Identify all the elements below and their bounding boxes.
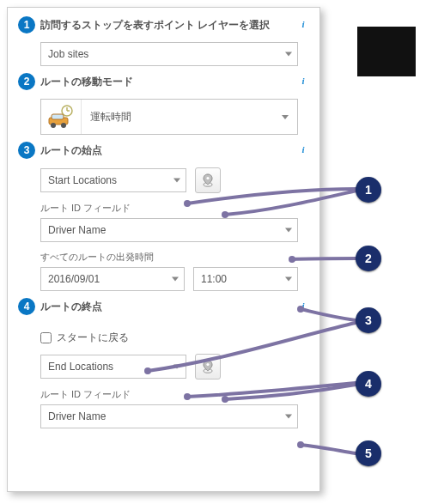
chevron-down-icon: [285, 52, 292, 57]
depart-date-value: 2016/09/01: [48, 273, 100, 285]
end-id-label: ルート ID フィールド: [40, 388, 309, 401]
svg-point-10: [206, 363, 209, 366]
end-id-field-value: Driver Name: [48, 410, 106, 422]
start-layer-value: Start Locations: [48, 174, 117, 186]
step-2-title: ルートの移動モード: [40, 75, 133, 89]
stops-layer-select[interactable]: Job sites: [40, 42, 298, 66]
step-1-title: 訪問するストップを表すポイント レイヤーを選択: [40, 18, 270, 33]
step-2: 2 ルートの移動モード i: [18, 73, 309, 140]
step-1-badge: 1: [18, 16, 35, 33]
start-id-label: ルート ID フィールド: [40, 202, 309, 215]
draw-point-button[interactable]: [195, 354, 221, 380]
stops-layer-value: Job sites: [48, 48, 88, 60]
start-id-field-value: Driver Name: [48, 224, 106, 236]
step-2-header: 2 ルートの移動モード i: [18, 73, 309, 90]
end-id-field-select[interactable]: Driver Name: [40, 404, 298, 428]
callout-badge-1: 1: [356, 177, 381, 203]
depart-time-value: 11:00: [201, 273, 227, 285]
end-layer-value: End Locations: [48, 361, 113, 373]
start-id-field-select[interactable]: Driver Name: [40, 218, 298, 242]
svg-rect-4: [52, 114, 64, 119]
step-3-title: ルートの始点: [40, 143, 102, 158]
svg-point-6: [61, 123, 66, 128]
chevron-down-icon: [285, 415, 292, 419]
depart-time-label: すべてのルートの出発時間: [40, 251, 309, 264]
chevron-down-icon: [285, 228, 292, 233]
end-layer-select[interactable]: End Locations: [40, 355, 186, 379]
info-icon[interactable]: i: [297, 143, 309, 155]
travel-mode-value: 運転時間: [82, 110, 282, 124]
chevron-down-icon: [172, 277, 179, 282]
step-4-badge: 4: [18, 298, 35, 315]
step-4-header: 4 ルートの終点 i: [18, 298, 309, 315]
step-1-header: 1 訪問するストップを表すポイント レイヤーを選択 i: [18, 16, 309, 33]
step-4: 4 ルートの終点 i スタートに戻る End Locations: [18, 298, 309, 434]
plan-routes-panel: 1 訪問するストップを表すポイント レイヤーを選択 i Job sites 2 …: [7, 7, 320, 492]
svg-point-5: [51, 123, 56, 128]
return-to-start-input[interactable]: [40, 332, 52, 343]
chevron-down-icon: [285, 277, 292, 282]
info-icon[interactable]: i: [297, 300, 309, 312]
callout-badge-2: 2: [356, 246, 381, 271]
chevron-down-icon: [173, 365, 180, 369]
step-2-badge: 2: [18, 73, 35, 90]
car-clock-icon: [41, 100, 82, 134]
step-1: 1 訪問するストップを表すポイント レイヤーを選択 i Job sites: [18, 16, 309, 71]
return-to-start-checkbox[interactable]: スタートに戻る: [40, 331, 309, 345]
info-icon[interactable]: i: [297, 75, 309, 87]
draw-point-button[interactable]: [195, 167, 221, 193]
callout-badge-4: 4: [356, 371, 381, 397]
step-3: 3 ルートの始点 i Start Locations ルート ID フィールド …: [18, 142, 309, 296]
depart-date-select[interactable]: 2016/09/01: [40, 267, 185, 291]
depart-time-select[interactable]: 11:00: [193, 267, 298, 291]
step-3-header: 3 ルートの始点 i: [18, 142, 309, 159]
start-layer-select[interactable]: Start Locations: [40, 168, 186, 192]
return-to-start-label: スタートに戻る: [57, 331, 129, 345]
callout-badge-3: 3: [356, 307, 381, 333]
step-3-badge: 3: [18, 142, 35, 159]
info-icon[interactable]: i: [297, 18, 309, 30]
chevron-down-icon: [173, 179, 180, 183]
step-4-title: ルートの終点: [40, 300, 102, 314]
chevron-down-icon: [282, 115, 289, 119]
svg-point-8: [206, 177, 209, 179]
travel-mode-select[interactable]: 運転時間: [40, 99, 298, 135]
callout-badge-5: 5: [356, 440, 381, 466]
preview-placeholder: [357, 27, 416, 76]
